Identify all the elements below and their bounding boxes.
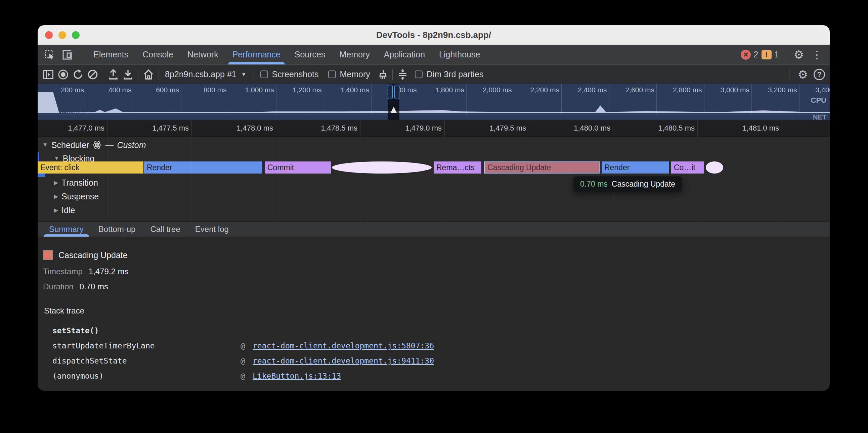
track-suspense[interactable]: ▶Suspense <box>54 190 99 202</box>
flame-bar-commit[interactable]: Commit <box>265 162 331 173</box>
flame-gridline <box>782 137 782 222</box>
devtools-tabbar: ElementsConsoleNetworkPerformanceSources… <box>38 45 830 65</box>
window-titlebar[interactable]: DevTools - 8p2n9n.csb.app/ <box>38 25 830 45</box>
flame-gridline <box>276 137 276 222</box>
window-title: DevTools - 8p2n9n.csb.app/ <box>376 30 491 40</box>
timeline-overview[interactable]: CPU NET 200 ms400 ms600 ms800 ms1,000 ms… <box>38 84 830 120</box>
flame-bar-co-it[interactable]: Co…it <box>671 162 704 173</box>
stack-frame-function: setState() <box>53 326 99 335</box>
overview-tick <box>229 84 229 114</box>
overview-tick-label: 1,200 ms <box>292 86 321 94</box>
device-toolbar-icon[interactable] <box>60 47 74 62</box>
flame-bar-render[interactable]: Render <box>144 162 262 173</box>
flame-bar-event-click[interactable]: Event: click <box>38 162 144 173</box>
ruler-tick <box>107 120 107 137</box>
overview-tick <box>181 84 181 114</box>
tab-console[interactable]: Console <box>135 45 180 64</box>
tab-lighthouse[interactable]: Lighthouse <box>432 45 487 64</box>
ruler-tick <box>191 120 192 137</box>
overview-tick-label: 3,200 ms <box>768 86 797 94</box>
at-symbol: @ <box>241 372 245 380</box>
more-options-icon[interactable]: ⋮ <box>810 47 824 62</box>
details-tab-bottom-up[interactable]: Bottom-up <box>91 222 143 237</box>
ruler-tick <box>276 120 276 137</box>
console-warnings-badge[interactable]: ! 1 <box>762 50 779 59</box>
triangle-right-icon[interactable]: ▶ <box>54 207 58 214</box>
target-selector[interactable]: 8p2n9n.csb.app #1 <box>165 69 237 79</box>
track-idle[interactable]: ▶Idle <box>54 204 75 216</box>
details-tab-call-tree[interactable]: Call tree <box>143 222 187 237</box>
minimize-window-button[interactable] <box>58 31 66 39</box>
flame-bar-render[interactable]: Render <box>601 162 669 173</box>
overview-tick-label: 1,000 ms <box>245 86 274 94</box>
flame-bar-light[interactable] <box>332 162 432 173</box>
ruler-tick-label: 1,478.5 ms <box>321 124 358 133</box>
event-tooltip: 0.70 ms Cascading Update <box>574 176 682 192</box>
tab-elements[interactable]: Elements <box>86 45 135 64</box>
close-window-button[interactable] <box>45 31 53 39</box>
download-profile-icon[interactable] <box>121 67 135 82</box>
home-icon[interactable] <box>141 67 156 82</box>
details-tab-summary[interactable]: Summary <box>42 222 91 237</box>
console-errors-badge[interactable]: ✕ 2 <box>741 50 758 60</box>
stack-frame-source-link[interactable]: react-dom-client.development.js:5807:36 <box>253 341 434 350</box>
collect-garbage-icon[interactable] <box>375 67 390 82</box>
tab-performance[interactable]: Performance <box>225 45 287 64</box>
flame-bar-rema-cts[interactable]: Rema…cts <box>434 162 482 173</box>
collapse-sanitize-icon[interactable] <box>395 67 410 82</box>
settings-gear-icon[interactable]: ⚙ <box>792 47 806 62</box>
stack-frame-source-link[interactable]: LikeButton.js:13:13 <box>253 372 341 380</box>
ruler-tick <box>444 120 445 137</box>
stack-trace-section: Stack trace setState()startUpdateTimerBy… <box>38 300 830 391</box>
triangle-right-icon[interactable]: ▶ <box>54 193 58 200</box>
ruler-tick-label: 1,479.5 ms <box>489 124 526 133</box>
toggle-sidebar-icon[interactable] <box>41 67 56 82</box>
ruler-tick-label: 1,480.0 ms <box>574 124 610 133</box>
triangle-down-icon[interactable]: ▼ <box>42 142 48 148</box>
tab-network[interactable]: Network <box>180 45 225 64</box>
chevron-down-icon[interactable]: ▼ <box>241 71 247 77</box>
stack-frame-function: (anonymous) <box>53 372 103 380</box>
overview-tick <box>704 84 705 114</box>
selection-handle-left[interactable] <box>388 85 393 99</box>
checkbox-box <box>328 70 336 78</box>
summary-row-value: 1,479.2 ms <box>89 267 129 276</box>
clear-icon[interactable] <box>85 67 100 82</box>
triangle-down-icon[interactable]: ▼ <box>54 155 59 162</box>
tab-memory[interactable]: Memory <box>332 45 377 64</box>
stack-trace-title: Stack trace <box>44 306 84 315</box>
track-scheduler[interactable]: ▼ Scheduler — Custom <box>42 139 146 151</box>
flame-bar-light[interactable] <box>706 162 723 173</box>
overview-tick-label: 2,400 ms <box>578 86 607 94</box>
timeline-ruler[interactable]: 1,477.0 ms1,477.5 ms1,478.0 ms1,478.5 ms… <box>38 120 830 137</box>
dim-3rd-parties-checkbox[interactable]: Dim 3rd parties <box>415 69 484 79</box>
overview-tick-label: 3,000 ms <box>720 86 749 94</box>
selection-handle-right[interactable] <box>394 85 399 99</box>
triangle-right-icon[interactable]: ▶ <box>54 179 58 186</box>
flame-bars-row: Event: clickRenderCommitRema…ctsCascadin… <box>38 162 830 173</box>
zoom-window-button[interactable] <box>72 31 80 39</box>
details-tab-event-log[interactable]: Event log <box>188 222 236 237</box>
capture-settings-gear-icon[interactable]: ⚙ <box>796 67 810 82</box>
upload-profile-icon[interactable] <box>106 67 121 82</box>
screenshots-checkbox[interactable]: Screenshots <box>260 69 319 79</box>
tab-sources[interactable]: Sources <box>287 45 333 64</box>
record-and-reload-icon[interactable] <box>70 67 85 82</box>
memory-checkbox[interactable]: Memory <box>328 69 370 79</box>
record-icon[interactable] <box>56 67 70 82</box>
stack-frame-source-link[interactable]: react-dom-client.development.js:9411:30 <box>253 357 434 365</box>
help-icon[interactable]: ? <box>814 69 825 80</box>
summary-row-label: Duration <box>43 282 73 291</box>
inspect-element-icon[interactable] <box>42 47 57 62</box>
overview-tick-label: 600 ms <box>156 86 179 94</box>
flame-chart[interactable]: ▼ Scheduler — Custom ▼ Blocking Event: c… <box>38 137 830 222</box>
track-transition[interactable]: ▶Transition <box>54 176 98 189</box>
summary-panel: Cascading Update Timestamp1,479.2 msDura… <box>38 237 830 300</box>
flame-gridline <box>191 137 192 222</box>
flame-bar-cascading-update[interactable]: Cascading Update <box>484 162 599 173</box>
tab-application[interactable]: Application <box>377 45 432 64</box>
net-lane-label: NET <box>813 113 826 120</box>
summary-title: Cascading Update <box>58 251 128 260</box>
divider <box>159 69 159 80</box>
stack-frame--anonymous-: (anonymous)@LikeButton.js:13:13 <box>38 372 830 382</box>
